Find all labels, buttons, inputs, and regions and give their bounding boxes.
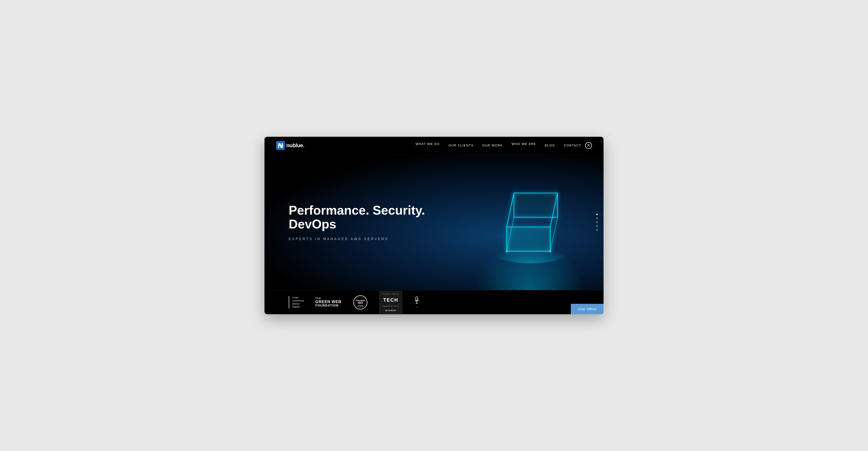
nav-link-our-clients[interactable]: OUR CLIENTS xyxy=(448,144,474,147)
tech-label-top: Prolific North xyxy=(383,293,399,295)
navbar: nublue. WHAT WE DO ⌄ OUR CLIENTS OUR WOR… xyxy=(265,137,603,154)
nav-item-contact[interactable]: CONTACT xyxy=(564,144,581,147)
nav-item-who-we-are[interactable]: WHO WE ARE ⌄ xyxy=(512,142,536,149)
bottom-badges-bar: Crown Commercial Service Supplier THE GR… xyxy=(265,290,603,314)
svg-text:27001: 27001 xyxy=(358,305,363,307)
chevron-down-icon: ⌄ xyxy=(427,147,429,149)
logo-text: nublue. xyxy=(286,142,304,149)
nav-item-blog[interactable]: BLOG xyxy=(545,144,555,147)
nav-item-our-clients[interactable]: OUR CLIENTS xyxy=(448,144,474,147)
nav-links: WHAT WE DO ⌄ OUR CLIENTS OUR WORK WHO WE… xyxy=(415,142,581,149)
green-web-line2: GREEN WEB xyxy=(315,300,341,304)
scroll-indicator xyxy=(596,214,598,231)
nav-link-who-we-are[interactable]: WHO WE ARE ⌄ xyxy=(512,142,536,149)
crown-commercial-badge: Crown Commercial Service Supplier xyxy=(289,296,304,308)
iso-badge: Security ISO 27001 xyxy=(353,295,368,310)
microphone-icon: ⌄ xyxy=(414,297,420,308)
chat-offline-button[interactable]: Chat: Offline xyxy=(571,304,603,314)
crown-line3: Service xyxy=(292,302,304,306)
svg-point-2 xyxy=(588,144,589,145)
nav-link-contact[interactable]: CONTACT xyxy=(564,144,581,147)
mic-chevron-icon: ⌄ xyxy=(416,305,418,308)
nav-link-our-work[interactable]: OUR WORK xyxy=(483,144,503,147)
scroll-dot-1[interactable] xyxy=(596,214,598,215)
svg-rect-12 xyxy=(507,227,550,251)
nav-item-what-we-do[interactable]: WHAT WE DO ⌄ xyxy=(415,142,440,149)
nav-link-blog[interactable]: BLOG xyxy=(545,144,555,147)
green-web-line1: THE xyxy=(315,297,341,300)
scroll-dot-3[interactable] xyxy=(596,221,598,223)
hero-cube-graphic xyxy=(483,169,579,266)
svg-rect-5 xyxy=(514,193,558,217)
chevron-down-icon: ⌄ xyxy=(523,147,525,149)
crown-line4: Supplier xyxy=(292,305,304,308)
logo-icon xyxy=(276,141,285,150)
logo[interactable]: nublue. xyxy=(276,141,304,150)
svg-text:ISO: ISO xyxy=(358,301,363,305)
tech-awards-badge: Prolific North TECH AWARDS 2021 WINNER xyxy=(379,291,403,314)
hero-section: Performance. Security. DevOps EXPERTS IN… xyxy=(265,154,603,290)
crown-line2: Commercial xyxy=(292,299,304,302)
browser-frame: nublue. WHAT WE DO ⌄ OUR CLIENTS OUR WOR… xyxy=(265,137,603,314)
scroll-dot-2[interactable] xyxy=(596,218,598,219)
crown-line1: Crown xyxy=(292,296,304,299)
scroll-dot-4[interactable] xyxy=(596,225,598,227)
nav-link-what-we-do[interactable]: WHAT WE DO ⌄ xyxy=(415,142,440,149)
scroll-dot-5[interactable] xyxy=(596,229,598,231)
user-account-icon[interactable] xyxy=(585,142,592,149)
green-web-line3: FOUNDATION xyxy=(315,304,341,307)
tech-winner: WINNER xyxy=(385,309,396,312)
tech-main-label: TECH xyxy=(383,297,398,303)
tech-year: AWARDS 2021 xyxy=(382,305,399,307)
svg-rect-18 xyxy=(416,297,418,301)
green-web-badge: THE GREEN WEB FOUNDATION xyxy=(315,297,341,307)
nav-item-our-work[interactable]: OUR WORK xyxy=(483,144,503,147)
hero-heading: Performance. Security. DevOps xyxy=(289,203,458,231)
